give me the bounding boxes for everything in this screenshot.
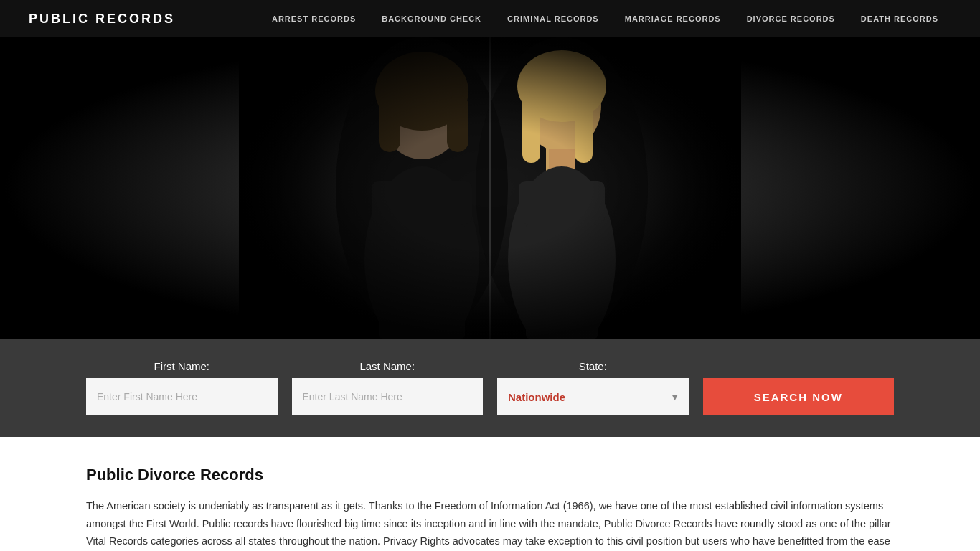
nav-link-criminal-records[interactable]: CRIMINAL RECORDS — [494, 14, 612, 23]
content-body: The American society is undeniably as tr… — [86, 497, 894, 551]
nav-link-death-records[interactable]: DEATH RECORDS — [848, 14, 951, 23]
last-name-input[interactable] — [292, 378, 484, 415]
search-now-button[interactable]: SEARCH NOW — [703, 378, 895, 415]
hero-section — [0, 37, 980, 339]
last-name-label: Last Name: — [292, 360, 484, 372]
state-select[interactable]: NationwideAlabamaAlaskaArizonaArkansasCa… — [497, 378, 689, 415]
site-logo[interactable]: PUBLIC RECORDS — [29, 11, 175, 27]
svg-rect-20 — [239, 37, 741, 339]
hero-couple-image — [239, 37, 741, 339]
site-header: PUBLIC RECORDS ARREST RECORDSBACKGROUND … — [0, 0, 980, 37]
search-btn-container: SEARCH NOW — [703, 378, 895, 415]
first-name-label: First Name: — [86, 360, 278, 372]
nav-link-divorce-records[interactable]: DIVORCE RECORDS — [734, 14, 848, 23]
state-label: State: — [497, 360, 689, 372]
first-name-field: First Name: — [86, 360, 278, 415]
content-section: Public Divorce Records The American soci… — [0, 437, 980, 551]
main-nav: ARREST RECORDSBACKGROUND CHECKCRIMINAL R… — [259, 14, 951, 23]
nav-link-background-check[interactable]: BACKGROUND CHECK — [369, 14, 494, 23]
search-section: First Name: Last Name: State: Nationwide… — [0, 339, 980, 437]
first-name-input[interactable] — [86, 378, 278, 415]
last-name-field: Last Name: — [292, 360, 484, 415]
nav-link-marriage-records[interactable]: MARRIAGE RECORDS — [612, 14, 734, 23]
state-select-wrapper: NationwideAlabamaAlaskaArizonaArkansasCa… — [497, 378, 689, 415]
nav-link-arrest-records[interactable]: ARREST RECORDS — [259, 14, 369, 23]
content-title: Public Divorce Records — [86, 466, 894, 484]
state-field: State: NationwideAlabamaAlaskaArizonaArk… — [497, 360, 689, 415]
